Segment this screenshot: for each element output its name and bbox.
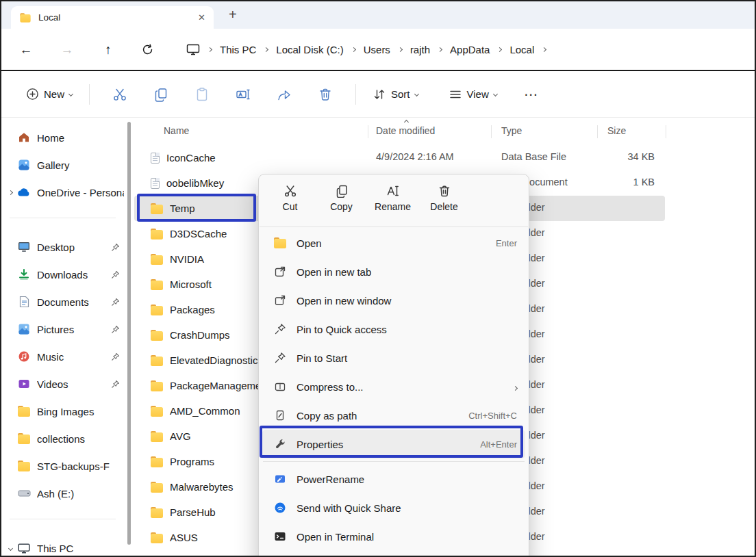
menu-item-open[interactable]: Open Enter	[262, 229, 525, 257]
sidebar-separator	[10, 218, 116, 218]
column-divider[interactable]	[368, 125, 368, 138]
folder-icon	[16, 406, 32, 417]
breadcrumb-local-disk[interactable]: Local Disk (C:)	[276, 44, 343, 55]
column-divider[interactable]	[666, 125, 666, 138]
copy-icon	[335, 184, 349, 198]
cut-icon	[284, 184, 297, 198]
expand-chevron-icon[interactable]	[8, 190, 12, 194]
view-label: View	[467, 88, 489, 100]
terminal-icon	[272, 530, 288, 543]
delete-button[interactable]	[305, 81, 346, 108]
menu-item-pin-to-start[interactable]: Pin to Start	[262, 344, 525, 372]
rename-button[interactable]	[223, 81, 264, 108]
command-bar: New Sort View	[1, 71, 755, 118]
sidebar-item-pictures[interactable]: Pictures	[4, 316, 124, 342]
breadcrumb-chevron-icon[interactable]	[438, 47, 442, 51]
breadcrumb-chevron-icon[interactable]	[264, 47, 268, 51]
breadcrumb: This PC Local Disk (C:) Users rajth AppD…	[186, 44, 546, 55]
back-button[interactable]: ←	[18, 43, 34, 56]
folder-icon	[151, 203, 163, 214]
sidebar-item-downloads[interactable]: Downloads	[4, 261, 124, 287]
sidebar-item-onedrive[interactable]: OneDrive - Personal	[4, 179, 124, 205]
menu-item-open-in-new-window[interactable]: Open in new window	[262, 286, 525, 315]
breadcrumb-appdata[interactable]: AppData	[450, 44, 490, 55]
collapse-chevron-icon[interactable]	[8, 545, 12, 550]
sidebar-scrollbar[interactable]	[127, 122, 131, 545]
breadcrumb-chevron-icon[interactable]	[207, 47, 212, 51]
paste-button[interactable]	[181, 81, 223, 108]
new-tab-button[interactable]: +	[229, 7, 237, 23]
quick-actions-row: Cut Copy Rename Delete	[259, 179, 529, 225]
more-options-button[interactable]: ⋯	[511, 81, 552, 108]
column-header-type[interactable]: Type	[501, 125, 522, 136]
downloads-icon	[16, 268, 32, 281]
rename-action[interactable]: Rename	[367, 181, 418, 225]
sidebar-item-gallery[interactable]: Gallery	[4, 152, 124, 178]
breadcrumb-chevron-icon[interactable]	[542, 47, 546, 51]
refresh-button[interactable]	[141, 43, 158, 56]
chevron-down-icon	[493, 92, 498, 96]
menu-item-send-with-quick-share[interactable]: Send with Quick Share	[262, 493, 525, 522]
rename-icon	[386, 184, 400, 198]
sidebar-item-stg-backups[interactable]: STG-backups-F	[4, 453, 124, 479]
copy-action[interactable]: Copy	[316, 181, 367, 225]
copy-button[interactable]	[140, 81, 181, 108]
up-button[interactable]: ↑	[100, 43, 116, 56]
column-divider[interactable]	[491, 125, 492, 138]
tab-close-icon[interactable]: ✕	[198, 12, 205, 23]
onedrive-icon	[16, 187, 32, 197]
folder-icon	[151, 279, 163, 290]
breadcrumb-users[interactable]: Users	[364, 44, 390, 55]
pin-icon	[111, 243, 120, 252]
file-row-iconcache[interactable]: IconCache 4/9/2024 2:16 AM Data Base Fil…	[134, 145, 665, 170]
view-button[interactable]: View	[442, 82, 504, 107]
sidebar-item-ash-drive[interactable]: Ash (E:)	[4, 480, 124, 506]
column-header-date-modified[interactable]: Date modified	[376, 125, 435, 136]
share-button[interactable]	[264, 81, 305, 108]
sidebar-item-this-pc[interactable]: This PC	[4, 535, 124, 557]
delete-action[interactable]: Delete	[418, 181, 470, 225]
cut-button[interactable]	[99, 81, 140, 108]
menu-item-open-in-new-tab[interactable]: Open in new tab	[262, 257, 525, 286]
pin-icon	[111, 270, 120, 279]
menu-item-properties[interactable]: Properties Alt+Enter	[262, 430, 525, 458]
gallery-icon	[16, 159, 32, 171]
explorer-tab[interactable]: Local ✕	[11, 6, 214, 29]
sidebar-item-desktop[interactable]: Desktop	[4, 234, 124, 260]
folder-icon	[151, 380, 163, 391]
new-button[interactable]: New	[19, 82, 79, 106]
menu-item-powerrename[interactable]: PowerRename	[262, 465, 525, 493]
breadcrumb-this-pc[interactable]: This PC	[220, 44, 256, 55]
sidebar-item-bing-images[interactable]: Bing Images	[4, 398, 124, 424]
chevron-down-icon	[414, 92, 418, 96]
pin-icon	[111, 298, 120, 307]
menu-item-pin-to-quick-access[interactable]: Pin to Quick access	[262, 315, 525, 344]
menu-item-compress-to[interactable]: Compress to...	[262, 372, 525, 401]
sidebar-item-music[interactable]: Music	[4, 344, 124, 370]
sort-button[interactable]: Sort	[366, 82, 425, 107]
column-header-size[interactable]: Size	[607, 125, 626, 136]
menu-item-copy-as-path[interactable]: Copy as path Ctrl+Shift+C	[262, 401, 525, 430]
context-menu: Cut Copy Rename Delete Open Enter	[258, 174, 529, 557]
sort-ascending-caret-icon	[404, 120, 409, 125]
breadcrumb-local[interactable]: Local	[509, 44, 534, 55]
column-header-name[interactable]: Name	[164, 125, 189, 136]
sidebar-item-documents[interactable]: Documents	[4, 289, 124, 315]
sidebar-item-videos[interactable]: Videos	[4, 371, 124, 397]
breadcrumb-chevron-icon[interactable]	[351, 47, 356, 51]
folder-icon	[16, 433, 32, 444]
navigation-pane: Home Gallery OneDrive - Personal Desktop	[1, 118, 127, 556]
sidebar-item-collections[interactable]: collections	[4, 426, 124, 452]
new-label: New	[44, 88, 64, 100]
breadcrumb-chevron-icon[interactable]	[497, 47, 502, 51]
breadcrumb-rajth[interactable]: rajth	[410, 44, 430, 55]
menu-item-open-in-terminal[interactable]: Open in Terminal	[262, 522, 525, 551]
pc-icon	[16, 543, 32, 554]
forward-button[interactable]: →	[59, 43, 75, 56]
quick-share-icon	[272, 502, 288, 514]
cut-action[interactable]: Cut	[264, 181, 316, 225]
column-divider[interactable]	[597, 125, 598, 138]
sidebar-item-home[interactable]: Home	[4, 125, 124, 151]
folder-icon	[151, 507, 163, 518]
breadcrumb-chevron-icon[interactable]	[398, 47, 403, 51]
